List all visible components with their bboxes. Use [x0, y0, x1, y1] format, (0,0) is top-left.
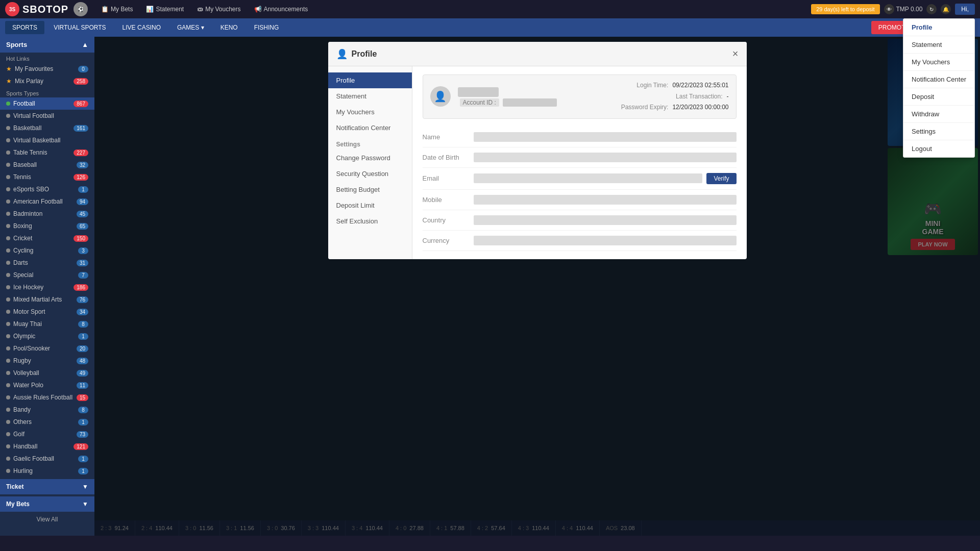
ticket-section[interactable]: Ticket ▼: [0, 479, 94, 494]
sidebar-item-pool-snooker[interactable]: Pool/Snooker 20: [0, 342, 94, 355]
sidebar-item-baseball[interactable]: Baseball 32: [0, 159, 94, 171]
modal-main-content: 👤 ████ Account ID : ███████████ L: [412, 66, 747, 259]
sidebar-item-virtual-football[interactable]: Virtual Football: [0, 110, 94, 122]
sport-dot-icon: [6, 175, 10, 179]
dropdown-deposit[interactable]: Deposit: [903, 88, 974, 106]
sidebar-item-ice-hockey[interactable]: Ice Hockey 186: [0, 281, 94, 293]
statement-topnav-btn[interactable]: 📊 Statement: [141, 4, 189, 15]
sports-types-label: Sports Types: [0, 87, 94, 97]
bell-icon[interactable]: 🔔: [941, 4, 951, 14]
nav-sports[interactable]: SPORTS: [5, 21, 44, 34]
sidebar-item-bandy[interactable]: Bandy 8: [0, 404, 94, 416]
sidebar-item-golf[interactable]: Golf 73: [0, 428, 94, 440]
sidebar-item-boxing[interactable]: Boxing 65: [0, 220, 94, 232]
sidebar-item-volleyball[interactable]: Volleyball 49: [0, 367, 94, 379]
sidebar-item-rugby[interactable]: Rugby 48: [0, 355, 94, 367]
sidebar-item-handball[interactable]: Handball 121: [0, 440, 94, 453]
sidebar: Sports ▲ Hot Links ★ My Favourites 0 ★ M…: [0, 37, 94, 536]
modal-nav-statement[interactable]: Statement: [328, 88, 412, 104]
sport-dot-icon: [6, 346, 10, 350]
profile-email-field: Email ████████████ Verify: [423, 168, 737, 190]
modal-nav-profile[interactable]: Profile: [328, 72, 412, 88]
sport-dot-icon: [6, 359, 10, 363]
profile-username: ████: [458, 87, 499, 97]
sport-dot-icon: [6, 199, 10, 204]
sidebar-item-esports-sbo[interactable]: eSports SBO 1: [0, 183, 94, 195]
dropdown-logout[interactable]: Logout: [903, 140, 974, 157]
sidebar-item-mix-parlay[interactable]: ★ Mix Parlay 258: [0, 75, 94, 87]
eye-icon: 👁: [884, 4, 894, 14]
sport-dot-icon: [6, 151, 10, 155]
refresh-icon[interactable]: ↻: [926, 4, 937, 14]
user-menu-btn[interactable]: Hi,: [955, 4, 975, 15]
nav-games[interactable]: GAMES ▾: [170, 21, 211, 34]
sidebar-item-darts[interactable]: Darts 31: [0, 257, 94, 269]
dropdown-statement[interactable]: Statement: [903, 36, 974, 54]
sidebar-item-badminton[interactable]: Badminton 45: [0, 208, 94, 220]
sidebar-item-my-favourites[interactable]: ★ My Favourites 0: [0, 63, 94, 75]
sport-dot-icon: [6, 395, 10, 399]
sidebar-item-virtual-basketball[interactable]: Virtual Basketball: [0, 134, 94, 146]
star-icon: ★: [6, 65, 12, 72]
page-layout: Sports ▲ Hot Links ★ My Favourites 0 ★ M…: [0, 37, 980, 536]
sidebar-item-cricket[interactable]: Cricket 150: [0, 232, 94, 244]
star-icon: ★: [6, 78, 12, 85]
my-bets-section[interactable]: My Bets ▼: [0, 496, 94, 512]
nav-live-casino[interactable]: LIVE CASINO: [115, 21, 168, 34]
nav-fishing[interactable]: FISHING: [247, 21, 286, 34]
sport-dot-icon: [6, 444, 10, 448]
email-value: ████████████: [474, 173, 703, 183]
sport-dot-icon: [6, 248, 10, 253]
dropdown-withdraw[interactable]: Withdraw: [903, 106, 974, 123]
hot-links-label: Hot Links: [0, 53, 94, 63]
sidebar-item-american-football[interactable]: American Football 94: [0, 195, 94, 208]
sidebar-item-muay-thai[interactable]: Muay Thai 8: [0, 318, 94, 330]
brand-name: SBOTOP: [22, 4, 68, 15]
sidebar-item-hurling[interactable]: Hurling 1: [0, 465, 94, 477]
sport-dot-icon: [6, 285, 10, 289]
sidebar-item-tennis[interactable]: Tennis 126: [0, 171, 94, 183]
modal-nav-security-question[interactable]: Security Question: [328, 166, 412, 182]
modal-nav-deposit-limit[interactable]: Deposit Limit: [328, 197, 412, 213]
sport-dot-icon: [6, 224, 10, 228]
modal-header: 👤 Profile ×: [328, 42, 747, 66]
modal-title: 👤 Profile: [336, 48, 377, 60]
sidebar-item-mma[interactable]: Mixed Martial Arts 76: [0, 293, 94, 306]
sidebar-item-motor-sport[interactable]: Motor Sport 34: [0, 306, 94, 318]
sport-dot-icon: [6, 334, 10, 338]
sidebar-item-special[interactable]: Special 7: [0, 269, 94, 281]
verify-email-btn[interactable]: Verify: [706, 173, 736, 184]
profile-mobile-field: Mobile ████████: [423, 190, 737, 210]
nav-keno[interactable]: KENO: [213, 21, 245, 34]
vouchers-topnav-btn[interactable]: 🎟 My Vouchers: [192, 4, 246, 15]
modal-nav-notification[interactable]: Notification Center: [328, 120, 412, 136]
sidebar-item-football[interactable]: Football 867: [0, 97, 94, 110]
sport-dot-icon: [6, 383, 10, 387]
days-deposit-btn[interactable]: 29 day(s) left to deposit: [811, 4, 879, 14]
sport-dot-icon: [6, 261, 10, 265]
dropdown-profile[interactable]: Profile: [903, 19, 974, 36]
dropdown-notification-center[interactable]: Notification Center: [903, 71, 974, 88]
profile-currency-field: Currency ███: [423, 231, 737, 251]
modal-nav-betting-budget[interactable]: Betting Budget: [328, 182, 412, 197]
sidebar-item-olympic[interactable]: Olympic 1: [0, 330, 94, 342]
sidebar-item-water-polo[interactable]: Water Polo 11: [0, 379, 94, 391]
modal-nav-change-password[interactable]: Change Password: [328, 150, 412, 166]
modal-nav-self-exclusion[interactable]: Self Exclusion: [328, 213, 412, 229]
dropdown-settings[interactable]: Settings: [903, 123, 974, 140]
modal-close-btn[interactable]: ×: [732, 48, 739, 60]
sidebar-item-cycling[interactable]: Cycling 3: [0, 244, 94, 257]
dropdown-vouchers[interactable]: My Vouchers: [903, 54, 974, 71]
top-right-area: 29 day(s) left to deposit 👁 TMP 0.00 ↻ 🔔…: [811, 4, 975, 15]
my-bets-topnav-btn[interactable]: 📋 My Bets: [96, 4, 138, 15]
name-value: ████████: [474, 132, 737, 142]
sidebar-item-table-tennis[interactable]: Table Tennis 227: [0, 146, 94, 159]
view-all-btn[interactable]: View All: [0, 512, 94, 527]
sidebar-item-others[interactable]: Others 1: [0, 416, 94, 428]
announcements-topnav-btn[interactable]: 📢 Announcements: [249, 4, 313, 15]
sidebar-item-aussie-rules[interactable]: Aussie Rules Football 15: [0, 391, 94, 404]
nav-virtual-sports[interactable]: VIRTUAL SPORTS: [46, 21, 113, 34]
modal-nav-vouchers[interactable]: My Vouchers: [328, 104, 412, 120]
sidebar-item-gaelic-football[interactable]: Gaelic Football 1: [0, 453, 94, 465]
sidebar-item-basketball[interactable]: Basketball 161: [0, 122, 94, 134]
